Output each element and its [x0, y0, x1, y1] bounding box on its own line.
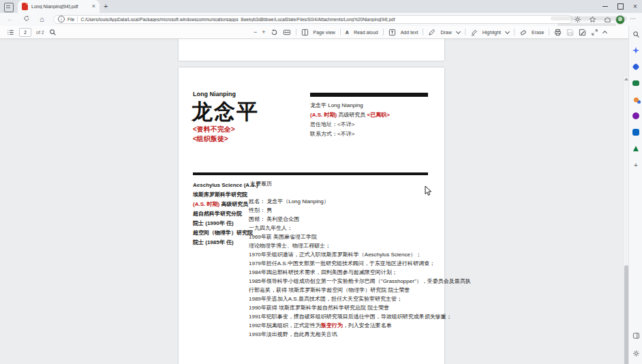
resume-line: 1993年淡出视野，自此再无相关音讯 [249, 330, 471, 339]
erase-icon[interactable] [519, 29, 527, 36]
doc-black-bar [310, 93, 428, 97]
profile-role-title: 高级研究员 [337, 112, 367, 118]
back-icon[interactable]: ← [7, 15, 14, 23]
org-role-title: 高级研究员 [219, 201, 248, 207]
address-separator [77, 16, 78, 22]
favorites-icon[interactable] [589, 16, 596, 23]
resume-line: 姓名： 龙念平（Long Nianping） [249, 197, 471, 206]
resume-body: 姓名： 龙念平（Long Nianping） 性别： 男 国籍： 美利坚合众国 … [249, 197, 471, 339]
doc-profile-block: 龙念平 Long Nianping (A.S. 时期) 高级研究员 <已离职> … [310, 101, 390, 139]
doc-name-english: Long Nianping [193, 91, 236, 97]
resume-line: 1989年受选加入A.S.最高技术团，担任大天空实验室研究主管； [249, 294, 471, 303]
erase-label[interactable]: Erase [532, 30, 544, 35]
resume-heading: 主要履历 [250, 180, 272, 187]
resume-line: 理论物理学博士、物理工程硕士； [249, 241, 471, 250]
highlight-dropdown-icon[interactable] [505, 29, 510, 33]
highlight-icon[interactable] [470, 29, 478, 36]
fit-to-width-icon[interactable] [283, 29, 291, 36]
resume-line: 1991年犯职事变，擅自破坏组织研究项目后逃往中国，导致组织研究成果损失惨重； [249, 312, 471, 321]
org-name-en: Aeschylus Science (A.S.) [193, 181, 258, 190]
file-info-icon[interactable]: i [58, 16, 65, 22]
pdf-toolbar: of 2 − + Page view A Read aloud [0, 26, 628, 39]
org-role-period: (A.S. 时期) [193, 201, 219, 207]
browser-tools-icon[interactable] [574, 16, 581, 23]
pdf-viewer[interactable]: Long Nianping 龙念平 <资料不完全> <组织叛徒> 龙念平 Lon… [0, 38, 628, 364]
profile-avatar[interactable] [615, 15, 625, 25]
page-count-label: of 2 [36, 30, 44, 35]
sidebar-settings-icon[interactable] [632, 349, 640, 357]
page-view-icon[interactable] [301, 29, 309, 36]
toc-icon[interactable] [7, 29, 14, 36]
address-label: 居住地址： [310, 121, 337, 127]
window-maximize-button[interactable] [613, 0, 627, 13]
pdf-page-2: Long Nianping 龙念平 <资料不完全> <组织叛徒> 龙念平 Lon… [179, 67, 444, 364]
profile-role-period: (A.S. 时期) [310, 112, 337, 118]
mouse-cursor [425, 185, 432, 199]
zoom-out-button[interactable]: − [254, 29, 257, 35]
sidebar-office-icon[interactable] [632, 79, 640, 87]
draw-dropdown-icon[interactable] [456, 29, 461, 33]
tab-title: Long Nianping[94].pdf [31, 4, 89, 9]
resume-line: 1984年因总部科研技术需求，回到美国参与超减限空间计划； [249, 268, 471, 277]
add-text-label[interactable]: Add text [401, 30, 418, 35]
toolbar-collapse-icon[interactable] [602, 30, 607, 35]
save-icon [566, 29, 574, 36]
browser-tab[interactable]: Long Nianping[94].pdf × [18, 0, 100, 13]
contact-label: 联系方式： [310, 131, 337, 137]
titlebar: Long Nianping[94].pdf × + × [0, 0, 642, 13]
tab-close-icon[interactable]: × [92, 3, 95, 10]
draw-icon[interactable] [428, 29, 435, 36]
page-number-input[interactable] [19, 28, 31, 37]
resume-line: 1979年担任A.S.中国支部第一批研究组技术顾问，于东亚地区进行科研调查； [249, 259, 471, 268]
search-icon[interactable] [49, 29, 57, 36]
resume-line: 性别： 男 [249, 206, 471, 215]
pdf-page-1-bottom [179, 38, 444, 61]
highlight-label[interactable]: Highlight [483, 30, 501, 35]
read-aloud-icon[interactable]: A [346, 30, 349, 35]
address-value: <不详> [337, 121, 354, 127]
sidebar-outlook-icon[interactable] [632, 128, 640, 136]
save-as-icon[interactable] [579, 29, 586, 36]
line-1992-red: 叛变行为 [321, 322, 343, 329]
reload-icon[interactable] [23, 15, 30, 24]
vertical-scrollbar[interactable] [623, 76, 628, 364]
window-close-button[interactable]: × [628, 0, 642, 13]
extensions-icon[interactable] [604, 16, 611, 23]
edge-sidebar: + [628, 26, 642, 364]
profile-name-line: 龙念平 Long Nianping [310, 101, 390, 110]
new-tab-button[interactable]: + [104, 3, 108, 10]
sidebar-search-icon[interactable] [632, 30, 640, 38]
sidebar-tree-icon[interactable] [632, 145, 640, 153]
profile-contact-row: 联系方式：<不详> [310, 130, 390, 139]
resume-line: 国籍： 美利坚合众国 [249, 215, 471, 224]
pdf-file-icon [22, 3, 28, 10]
sidebar-tools-icon[interactable] [632, 112, 640, 120]
sidebar-panel-icon[interactable] [632, 331, 640, 339]
read-aloud-label[interactable]: Read aloud [354, 30, 378, 35]
resume-line: 1969年获 美国麻省理工学院 [249, 232, 471, 241]
rotate-icon[interactable] [271, 29, 278, 36]
home-icon[interactable]: ⌂ [40, 15, 44, 23]
resume-line: 1990年获得 埃斯库罗斯科学超自然科学研究总院 院士荣誉 [249, 303, 471, 312]
profile-address-row: 居住地址：<不详> [310, 120, 390, 130]
sidebar-add-icon[interactable]: + [632, 161, 640, 169]
page-view-label[interactable]: Page view [314, 30, 335, 35]
sidebar-games-icon[interactable] [632, 95, 640, 104]
tab-actions-icon[interactable] [4, 3, 14, 12]
line-1992-pre: 1992年脱离组织，正式定性为 [249, 322, 321, 329]
draw-label[interactable]: Draw [440, 30, 451, 35]
address-url[interactable]: C:/Users/louis/AppData/Local/Packages/mi… [80, 17, 395, 22]
browser-menu-icon[interactable]: … [630, 14, 636, 20]
zoom-in-button[interactable]: + [262, 29, 265, 35]
fullscreen-icon[interactable] [591, 29, 598, 36]
profile-role-line: (A.S. 时期) 高级研究员 <已离职> [310, 110, 390, 120]
address-bar[interactable]: i File C:/Users/louis/AppData/Local/Pack… [53, 15, 572, 24]
add-text-icon[interactable] [388, 29, 396, 36]
doc-tag-traitor: <组织叛徒> [193, 134, 228, 144]
resume-line: 1985年领导科学小组成功创立第一个实验舱卡尔巴闻（"Grasshopper"）… [249, 277, 471, 286]
window-minimize-button[interactable] [598, 0, 612, 13]
sidebar-shopping-icon[interactable] [632, 63, 640, 71]
resume-line-1992: 1992年脱离组织，正式定性为叛变行为，列入安全法案名单 [249, 321, 471, 330]
sidebar-discover-icon[interactable] [632, 46, 640, 55]
print-icon[interactable] [554, 29, 562, 36]
